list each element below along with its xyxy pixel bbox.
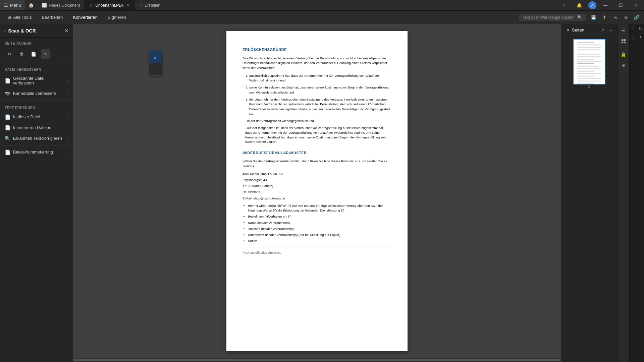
more-tools-btn[interactable]: ···: [149, 63, 161, 75]
in-datei-arrow: ›: [67, 115, 68, 119]
save-icon-btn[interactable]: 💾: [589, 13, 598, 22]
upload-icon-btn[interactable]: ⬆: [600, 13, 609, 22]
in-mehreren-dateien-item[interactable]: 📄 In mehreren Dateien: [0, 122, 73, 133]
tab-close-button[interactable]: ✕: [126, 3, 130, 8]
bates-item[interactable]: 📄 Bates-Nummerierung ›: [0, 147, 73, 158]
tab-list: ⬜ Neues Dokument ☆ Unbenannt.PDF ✕ ＋ Ers…: [37, 0, 164, 10]
user-avatar[interactable]: A: [588, 1, 596, 9]
link-icon-btn[interactable]: 🔗: [632, 13, 641, 22]
right-icon-btn-3[interactable]: 🔒: [619, 50, 629, 60]
konvertieren-button[interactable]: Konvertieren: [68, 12, 102, 22]
seite-andern-actions: ↻ 🗑 📄 ↖: [0, 47, 73, 61]
seite-andern-label: SEITE ÄNDERN: [0, 38, 73, 47]
list-item-3: der Unternehmer dem Verbraucher eine Bes…: [249, 97, 391, 117]
in-datei-label: In dieser Datei: [13, 115, 64, 119]
cursor-tool-btn[interactable]: ▲: [149, 51, 161, 63]
bates-icon: 📄: [5, 149, 10, 155]
tab-label: Unbenannt.PDF: [95, 3, 124, 8]
panel-close-button[interactable]: ✕: [64, 27, 69, 34]
document-viewport[interactable]: ERLÖSCHENSGRÜNDE Das Widerrufsrecht erli…: [73, 24, 561, 358]
company-name: 4eck Media GmbH & Co. KG: [243, 172, 391, 176]
new-tab-button[interactable]: ＋ Erstellen: [135, 0, 164, 10]
window-controls: ? 🔔 A — ☐ ✕: [556, 0, 644, 10]
seiten-close-btn[interactable]: ✕: [564, 26, 572, 34]
bates-label: Bates-Nummerierung: [13, 150, 64, 155]
minimize-button[interactable]: —: [598, 0, 613, 10]
bullet-item-3: Name des/der Verbraucher(s): [248, 221, 391, 225]
right-icon-btn-4[interactable]: ⊞: [619, 60, 629, 70]
main-toolbar: ⊞ Alle Tools Bearbeiten Konvertieren Sig…: [0, 11, 644, 24]
grid-icon: ⊞: [7, 15, 11, 20]
page-count-2: 1: [632, 36, 634, 40]
close-button[interactable]: ✕: [629, 0, 644, 10]
seiten-more-btn[interactable]: ···: [606, 26, 614, 34]
refresh-icon-btn[interactable]: ↻: [5, 49, 14, 59]
mehrere-icon: 📄: [5, 125, 10, 130]
zoom-icon-btn[interactable]: ⊕: [621, 13, 631, 22]
delete-icon-btn[interactable]: 🗑: [17, 49, 26, 59]
in-dieser-datei-item[interactable]: 📄 In dieser Datei ›: [0, 112, 73, 122]
signieren-button[interactable]: Signieren: [103, 12, 131, 22]
zoom-out-btn[interactable]: −: [637, 42, 644, 48]
dash-item-1: - in der der Vertragsinhalt wiedergegebe…: [243, 119, 391, 123]
alle-tools-button[interactable]: ⊞ Alle Tools: [3, 12, 36, 22]
cursor-icon-btn[interactable]: ↖: [41, 49, 50, 59]
signieren-label: Signieren: [108, 15, 126, 20]
plus-icon: ＋: [139, 2, 143, 8]
list-item-1: ausdrücklich zugestimmt hat, dass der Un…: [249, 73, 391, 83]
heading-erloschen: ERLÖSCHENSGRÜNDE: [243, 47, 391, 53]
footer-text: (*) Unzutreffendes streichen.: [243, 251, 391, 255]
kamera-arrow: ›: [67, 92, 68, 96]
street: Papenbergstr. 43: [243, 178, 391, 182]
divider3: [0, 145, 73, 145]
seiten-export-btn[interactable]: ↗: [598, 26, 606, 34]
bullet-list: Hiermit widerrufe(n) ich/ wir (*) den vo…: [248, 203, 391, 244]
divider2: [0, 100, 73, 101]
tab-unbenannt-pdf[interactable]: ☆ Unbenannt.PDF ✕: [85, 0, 135, 10]
menu-label: Menü: [10, 3, 21, 8]
home-icon: 🏠: [29, 3, 34, 8]
bearbeiten-button[interactable]: Bearbeiten: [37, 12, 67, 22]
gescannte-icon: 📄: [5, 78, 10, 83]
kamerabild-item[interactable]: 📷 Kamerabild verbessern ›: [0, 88, 73, 99]
zoom-refresh-btn[interactable]: ↻: [637, 25, 644, 32]
alle-tools-label: Alle Tools: [13, 15, 32, 20]
right-panels: ✕ Seiten ↗ ···: [561, 24, 644, 362]
gescannte-datei-item[interactable]: 📄 Gescannte Datei verbessern ›: [0, 73, 73, 88]
tab-icon: ⬜: [42, 3, 47, 8]
bullet-item-5: Unterschrift des/der Verbraucher(s) (nur…: [248, 233, 391, 237]
new-tab-label: Erstellen: [145, 3, 160, 8]
right-icon-btn-2[interactable]: [619, 36, 629, 46]
search-icon-btn[interactable]: ?: [556, 0, 572, 10]
tab-neues-dokument[interactable]: ⬜ Neues Dokument: [37, 0, 85, 10]
bullet-item-4: Anschrift des/der Verbraucher(s): [248, 227, 391, 231]
address-block: 4eck Media GmbH & Co. KG Papenbergstr. 4…: [243, 172, 391, 201]
erkannten-text-item[interactable]: 🔍 Erkannten Text korrigieren ›: [0, 133, 73, 144]
home-button[interactable]: 🏠: [25, 0, 37, 10]
zoom-in-btn[interactable]: +: [637, 34, 644, 40]
erloschen-list: ausdrücklich zugestimmt hat, dass der Un…: [249, 73, 391, 117]
para-widerruf: (Wenn Sie den Vertrag widerrufen wollen,…: [243, 159, 391, 169]
page-number-1: 1: [573, 84, 605, 88]
print-icon-btn[interactable]: 🖨: [610, 13, 620, 22]
panel-back-button[interactable]: ‹: [4, 28, 5, 33]
page-thumbnail-container[interactable]: 1: [573, 39, 605, 88]
search-bar[interactable]: Text oder Werkzeuge suchen 🔍: [519, 14, 586, 21]
right-icon-toolbar: ☰ 🔒 ⊞: [617, 24, 629, 362]
file-icon-btn[interactable]: 📄: [29, 49, 38, 59]
floating-toolbar: ▲ ···: [149, 51, 161, 76]
seiten-header: ✕ Seiten ↗ ···: [561, 24, 617, 36]
panel-header: ‹ Scan & OCR ✕: [0, 24, 73, 38]
country: Deutschland: [243, 190, 391, 194]
kamera-icon: 📷: [5, 91, 10, 96]
horizontal-scrollbar[interactable]: [73, 358, 561, 362]
list-item-2: seine Kenntnis davon bestätigt hat, dass…: [249, 85, 391, 95]
main-layout: ‹ Scan & OCR ✕ SEITE ÄNDERN ↻ 🗑 📄 ↖ DATE…: [0, 24, 644, 362]
notification-button[interactable]: 🔔: [572, 0, 587, 10]
page-thumbnail-1[interactable]: [573, 39, 605, 84]
korrigieren-arrow: ›: [67, 137, 68, 140]
right-icon-btn-1[interactable]: ☰: [619, 25, 629, 36]
maximize-button[interactable]: ☐: [613, 0, 629, 10]
menu-button[interactable]: ☰ Menü: [0, 0, 25, 10]
gescannte-label: Gescannte Datei verbessern: [13, 76, 64, 85]
